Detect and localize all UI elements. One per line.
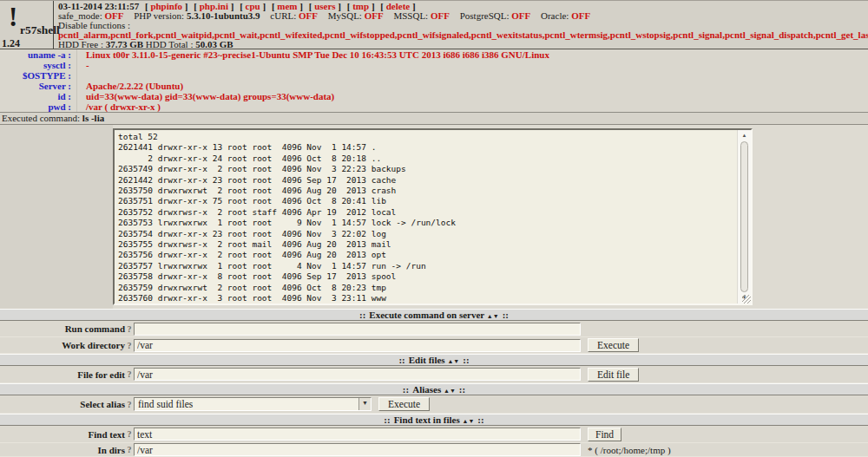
mssql-label: MSSQL: bbox=[393, 11, 428, 21]
php-version-label: PHP version: bbox=[134, 11, 184, 21]
info-row-uname: uname -a :Linux t00r 3.11.0-15-generic #… bbox=[0, 49, 868, 60]
link-tmp[interactable]: [ tmp ] bbox=[347, 2, 375, 11]
edit-file-button[interactable]: Edit file bbox=[588, 368, 639, 382]
mysql-value: OFF bbox=[365, 11, 384, 21]
section-title: Execute command on server bbox=[369, 310, 484, 320]
section-aliases: ::Aliases ▲▼:: bbox=[0, 383, 868, 395]
safe-mode-value: OFF bbox=[104, 11, 123, 21]
run-command-row: Run command ? bbox=[0, 321, 868, 337]
curl-value: OFF bbox=[299, 11, 318, 21]
info-row-id: id :uid=33(www-data) gid=33(www-data) gr… bbox=[0, 91, 868, 101]
run-command-input[interactable] bbox=[134, 323, 581, 336]
collapse-down-icon[interactable]: ▼ bbox=[493, 313, 499, 320]
output-area: total 52 2621441 drwxr-xr-x 13 root root… bbox=[0, 125, 868, 309]
run-command-label: Run command bbox=[0, 323, 125, 334]
in-dirs-label: In dirs bbox=[0, 445, 125, 455]
alias-selected-value: find suid files bbox=[135, 398, 358, 410]
header-line-status: safe_mode: OFF PHP version: 5.3.10-1ubun… bbox=[58, 11, 868, 21]
php-version-value: 5.3.10-1ubuntu3.9 bbox=[187, 11, 260, 21]
collapse-up-icon[interactable]: ▲ bbox=[487, 313, 493, 320]
execute-button[interactable]: Execute bbox=[588, 338, 639, 352]
info-row-server: Server :Apache/2.2.22 (Ubuntu) bbox=[0, 81, 868, 91]
alias-execute-button[interactable]: Execute bbox=[378, 397, 430, 411]
command-output-text: total 52 2621441 drwxr-xr-x 13 root root… bbox=[115, 130, 736, 304]
find-button[interactable]: Find bbox=[588, 428, 621, 441]
command-output-textarea[interactable]: total 52 2621441 drwxr-xr-x 13 root root… bbox=[113, 128, 753, 305]
shell-logo: ! r57shell 1.24 bbox=[0, 1, 54, 49]
help-question-mark: ? bbox=[125, 369, 134, 379]
scroll-up-icon[interactable] bbox=[738, 131, 751, 140]
shell-version: 1.24 bbox=[2, 37, 20, 50]
work-directory-input[interactable] bbox=[134, 339, 581, 352]
info-row-ostype: $OSTYPE : bbox=[0, 70, 868, 81]
r57shell-page: ! r57shell 1.24 03-11-2014 23:11:57 [ ph… bbox=[0, 0, 868, 457]
shell-name: r57shell bbox=[20, 23, 60, 37]
datetime: 03-11-2014 23:11:57 bbox=[58, 2, 139, 11]
resize-grip-icon[interactable] bbox=[742, 295, 751, 304]
dropdown-arrow-icon[interactable] bbox=[358, 398, 371, 410]
help-question-mark: ? bbox=[125, 324, 134, 334]
help-question-mark: ? bbox=[125, 341, 134, 350]
header-info: 03-11-2014 23:11:57 [ phpinfo ] [ php.in… bbox=[54, 1, 868, 49]
info-row-pwd: pwd :/var ( drwxr-xr-x ) bbox=[0, 101, 868, 112]
output-scrollbar[interactable] bbox=[737, 130, 751, 304]
scrollbar-thumb[interactable] bbox=[740, 141, 748, 292]
hdd-free-label: HDD Free : bbox=[58, 40, 103, 49]
system-info-table: uname -a :Linux t00r 3.11.0-15-generic #… bbox=[0, 49, 868, 113]
link-delete[interactable]: [ delete ] bbox=[380, 2, 415, 11]
mysql-label: MySQL: bbox=[328, 11, 362, 21]
dirs-hint: * ( /root;/home;/tmp ) bbox=[588, 445, 671, 455]
hdd-free-value: 37.73 GB bbox=[106, 40, 143, 49]
disable-functions-list: pcntl_alarm,pcntl_fork,pcntl_waitpid,pcn… bbox=[58, 30, 868, 40]
collapse-down-icon[interactable]: ▼ bbox=[453, 358, 459, 365]
section-edit-files: ::Edit files ▲▼:: bbox=[0, 354, 868, 366]
link-users[interactable]: [ users ] bbox=[309, 2, 341, 11]
oracle-label: Oracle: bbox=[541, 11, 569, 21]
work-directory-label: Work directory bbox=[0, 340, 125, 350]
link-cpu[interactable]: [ cpu ] bbox=[240, 2, 266, 11]
work-directory-row: Work directory ? Execute bbox=[0, 337, 868, 354]
link-phpinfo[interactable]: [ phpinfo ] bbox=[145, 2, 188, 11]
section-title: Find text in files bbox=[394, 415, 460, 425]
section-title: Edit files bbox=[409, 355, 445, 365]
file-for-edit-label: File for edit bbox=[0, 369, 125, 380]
find-text-row: Find text ? Find bbox=[0, 426, 868, 443]
in-dirs-row: In dirs ? * ( /root;/home;/tmp ) bbox=[0, 443, 868, 457]
section-execute-command: ::Execute command on server ▲▼:: bbox=[0, 309, 868, 321]
file-for-edit-row: File for edit ? Edit file bbox=[0, 366, 868, 383]
help-question-mark: ? bbox=[125, 429, 134, 439]
executed-command-label: Executed command: bbox=[2, 113, 80, 123]
safe-mode-label: safe_mode: bbox=[58, 11, 102, 21]
hdd-total-label: HDD Total : bbox=[146, 40, 194, 49]
select-alias-row: Select alias ? find suid files Execute bbox=[0, 395, 868, 414]
disable-functions-label: Disable functions : bbox=[58, 21, 868, 30]
postgresql-value: OFF bbox=[511, 11, 530, 21]
section-title: Aliases bbox=[412, 384, 441, 395]
header-line-datetime-links: 03-11-2014 23:11:57 [ phpinfo ] [ php.in… bbox=[58, 2, 868, 11]
bang-icon: ! bbox=[9, 2, 17, 33]
mssql-value: OFF bbox=[431, 11, 450, 21]
find-text-input[interactable] bbox=[134, 428, 581, 441]
in-dirs-input[interactable] bbox=[134, 443, 581, 456]
link-php-ini[interactable]: [ php.ini ] bbox=[194, 2, 233, 11]
section-find-text: ::Find text in files ▲▼:: bbox=[0, 414, 868, 426]
alias-select[interactable]: find suid files bbox=[134, 397, 372, 411]
select-alias-label: Select alias bbox=[0, 399, 125, 409]
file-for-edit-input[interactable] bbox=[134, 368, 581, 381]
header-band: ! r57shell 1.24 03-11-2014 23:11:57 [ ph… bbox=[0, 0, 868, 49]
oracle-value: OFF bbox=[571, 11, 590, 21]
collapse-down-icon[interactable]: ▼ bbox=[450, 388, 456, 395]
curl-label: cURL: bbox=[270, 11, 296, 21]
collapse-down-icon[interactable]: ▼ bbox=[468, 418, 474, 425]
help-question-mark: ? bbox=[125, 400, 134, 409]
header-line-hdd: HDD Free : 37.73 GB HDD Total : 50.03 GB bbox=[58, 40, 868, 49]
help-question-mark: ? bbox=[125, 445, 134, 454]
hdd-total-value: 50.03 GB bbox=[195, 40, 233, 49]
postgresql-label: PostgreSQL: bbox=[460, 11, 510, 21]
info-row-sysctl: sysctl :- bbox=[0, 60, 868, 70]
executed-command-value: ls -lia bbox=[82, 113, 104, 123]
collapse-up-icon[interactable]: ▲ bbox=[444, 388, 450, 395]
executed-command-bar: Executed command: ls -lia bbox=[0, 113, 868, 125]
find-text-label: Find text bbox=[0, 429, 125, 440]
link-mem[interactable]: [ mem ] bbox=[272, 2, 303, 11]
